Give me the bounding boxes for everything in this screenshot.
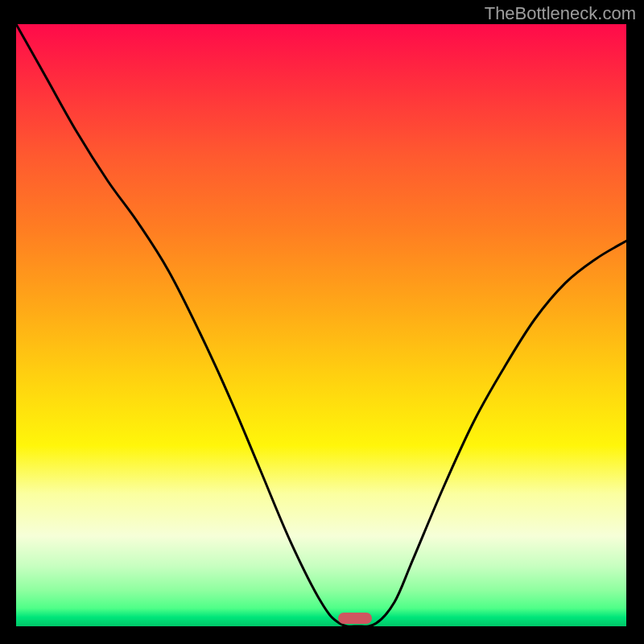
- chart-curve: [16, 24, 626, 626]
- plot-area: [16, 24, 626, 626]
- watermark-text: TheBottleneck.com: [485, 3, 636, 24]
- chart-frame: TheBottleneck.com: [0, 0, 644, 644]
- curve-path: [16, 24, 626, 626]
- minimum-marker: [338, 613, 372, 624]
